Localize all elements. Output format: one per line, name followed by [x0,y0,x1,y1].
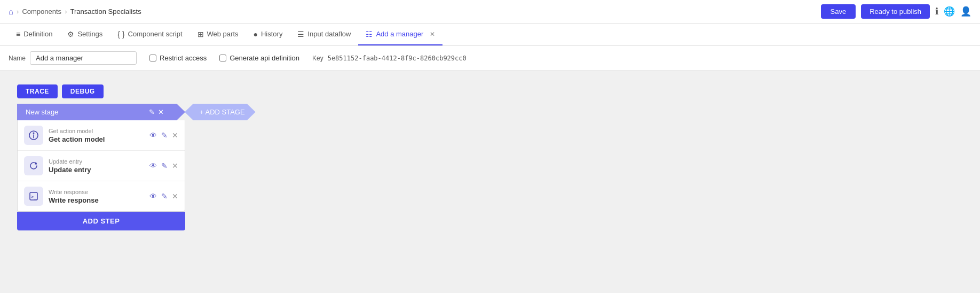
add-step-button[interactable]: ADD STEP [17,212,185,230]
add-manager-icon: ☷ [366,30,373,38]
restrict-access-checkbox[interactable] [149,55,156,61]
stage-name: New stage [26,108,58,116]
step2-icon [24,156,43,175]
tab-definition-label: Definition [23,30,52,38]
key-value: 5e851152-faab-4412-8f9c-8260cb929cc0 [328,55,467,62]
svg-point-1 [33,133,35,134]
tab-component-script[interactable]: { } Component script [110,24,189,45]
step3-small-label: Write response [49,189,144,195]
stage-actions: ✎ ✕ [149,108,175,116]
debug-button[interactable]: DEBUG [62,84,104,98]
name-label: Name [9,55,26,62]
stage-close-icon[interactable]: ✕ [158,108,164,116]
stage-area: New stage ✎ ✕ + ADD STAGE [9,104,971,230]
step1-small-label: Get action model [49,128,144,134]
step3-info: Write response Write response [49,189,144,204]
input-dataflow-icon: ☰ [297,30,304,38]
tab-settings-label: Settings [77,30,102,38]
step2-info: Update entry Update entry [49,158,144,174]
step2-delete-icon[interactable]: ✕ [172,161,178,170]
step1-delete-icon[interactable]: ✕ [172,131,178,140]
step1-actions: 👁 ✎ ✕ [149,131,178,140]
trace-button[interactable]: TRACE [17,84,58,98]
step2-edit-icon[interactable]: ✎ [161,161,168,170]
step1-info: Get action model Get action model [49,128,144,143]
tab-add-manager-label: Add a manager [376,30,423,38]
tab-definition[interactable]: ≡ Definition [9,24,60,45]
restrict-access-label: Restrict access [160,54,207,62]
home-icon[interactable]: ⌂ [9,7,13,16]
sep2: › [65,7,67,16]
history-icon: ● [254,30,258,38]
save-button[interactable]: Save [821,4,856,19]
stage-header-row: New stage ✎ ✕ + ADD STAGE [17,104,963,120]
tab-settings[interactable]: ⚙ Settings [60,24,110,45]
step2-actions: 👁 ✎ ✕ [149,161,178,170]
step3-view-icon[interactable]: 👁 [149,192,157,201]
svg-text:>_: >_ [31,194,37,199]
tab-add-manager[interactable]: ☷ Add a manager ✕ [358,24,442,45]
tab-close-icon[interactable]: ✕ [430,30,435,38]
step2-big-label: Update entry [49,166,144,174]
topbar: ⌂ › Components › Transaction Specialists… [0,0,980,24]
key-field-group: Key 5e851152-faab-4412-8f9c-8260cb929cc0 [312,55,467,62]
generate-api-label: Generate api definition [230,54,299,62]
stage-edit-icon[interactable]: ✎ [149,108,155,116]
ready-to-publish-button[interactable]: Ready to publish [861,4,930,19]
restrict-access-group: Restrict access [149,54,207,62]
step2-view-icon[interactable]: 👁 [149,161,157,170]
tab-history[interactable]: ● History [246,24,290,45]
generate-api-group: Generate api definition [219,54,299,62]
breadcrumb-current: Transaction Specialists [70,7,141,16]
web-parts-icon: ⊞ [197,30,204,38]
step1-icon [24,126,43,145]
language-icon[interactable]: 🌐 [944,6,955,17]
step1-big-label: Get action model [49,135,144,143]
header-row: Name Restrict access Generate api defini… [0,46,980,71]
generate-api-checkbox[interactable] [219,55,226,61]
settings-icon: ⚙ [67,30,74,38]
component-script-icon: { } [117,30,124,38]
step3-icon: >_ [24,187,43,206]
name-input[interactable] [30,51,137,65]
tab-input-dataflow-label: Input dataflow [307,30,351,38]
definition-icon: ≡ [16,30,20,38]
tab-web-parts[interactable]: ⊞ Web parts [190,24,246,45]
tab-history-label: History [261,30,282,38]
name-field-group: Name [9,51,137,65]
list-item: Update entry Update entry 👁 ✎ ✕ [18,151,185,181]
topbar-actions: Save Ready to publish ℹ 🌐 👤 [821,4,971,19]
stage-wrapper: New stage ✎ ✕ + ADD STAGE [17,104,963,230]
step1-edit-icon[interactable]: ✎ [161,131,168,140]
step3-delete-icon[interactable]: ✕ [172,192,178,201]
add-stage-label: + ADD STAGE [200,108,245,116]
step3-big-label: Write response [49,196,144,204]
stage-label: New stage ✎ ✕ [17,104,185,120]
topbar-icons: ℹ 🌐 👤 [935,6,971,17]
breadcrumb-area: ⌂ › Components › Transaction Specialists [9,7,141,16]
user-icon[interactable]: 👤 [960,6,971,17]
add-stage-button[interactable]: + ADD STAGE [185,104,256,120]
tab-input-dataflow[interactable]: ☰ Input dataflow [290,24,358,45]
step2-small-label: Update entry [49,158,144,165]
main-content: TRACE DEBUG New stage ✎ ✕ + ADD STAGE [0,71,980,293]
key-label: Key [312,55,323,62]
step3-actions: 👁 ✎ ✕ [149,192,178,201]
steps-container: Get action model Get action model 👁 ✎ ✕ [17,120,185,212]
list-item: Get action model Get action model 👁 ✎ ✕ [18,120,185,151]
step1-view-icon[interactable]: 👁 [149,131,157,140]
toolbar: TRACE DEBUG [9,79,971,104]
sep1: › [17,7,19,16]
tab-web-parts-label: Web parts [207,30,239,38]
list-item: >_ Write response Write response 👁 ✎ ✕ [18,181,185,211]
step3-edit-icon[interactable]: ✎ [161,192,168,201]
nav-tabs: ≡ Definition ⚙ Settings { } Component sc… [0,24,980,46]
tab-component-script-label: Component script [128,30,183,38]
breadcrumb-components[interactable]: Components [22,7,61,16]
info-icon[interactable]: ℹ [935,6,938,17]
